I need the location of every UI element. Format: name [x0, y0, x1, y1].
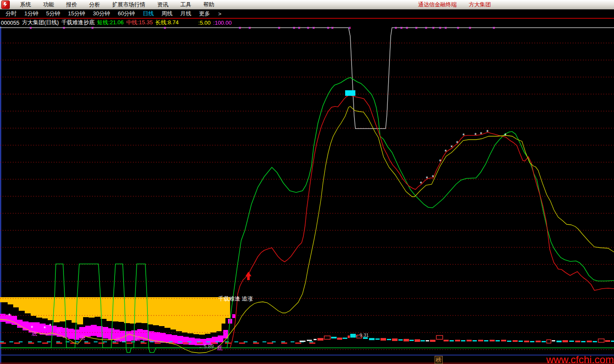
asterisk-marker: *	[432, 174, 434, 181]
red-mark	[455, 340, 460, 341]
red-mark	[404, 339, 409, 341]
cyan-mark	[331, 337, 337, 338]
app-logo-icon	[1, 0, 10, 9]
hollow-red-mark	[324, 336, 330, 339]
red-mark	[337, 338, 342, 340]
cyan-mark	[461, 340, 465, 341]
hollow-red-mark	[598, 339, 604, 342]
menu-item-function[interactable]: 功能	[37, 1, 60, 9]
rank-badge-button[interactable]: 榜	[435, 356, 443, 364]
low-price-label: ←5.89	[199, 344, 214, 350]
period-tab-daily[interactable]: 日线	[139, 10, 158, 17]
cyan-mark	[450, 340, 454, 341]
red-mark	[562, 340, 568, 342]
period-tab-30min[interactable]: 30分钟	[89, 10, 114, 17]
asterisk-marker: *	[456, 140, 458, 146]
signal-text-chase: 千载难逢 追涨	[218, 295, 253, 302]
symbol-header: 000055 方大集团(日线) 千载难逢抄底 短线:21.06 中线:15.35…	[0, 19, 614, 26]
period-tab-1min[interactable]: 1分钟	[20, 10, 42, 17]
asterisk-marker: *	[439, 158, 441, 165]
asterisk-marker: *	[444, 148, 447, 155]
red-mark	[513, 340, 518, 342]
cyan-mark	[375, 338, 380, 340]
red-mark	[317, 338, 323, 341]
menubar: 系统 功能 报价 分析 扩展市场行情 资讯 工具 帮助 通达信金融终端 方大集团	[0, 0, 614, 10]
red-mark	[536, 341, 541, 342]
cyan-mark	[530, 341, 534, 342]
red-mark	[467, 340, 472, 341]
bottom-mark: 底	[56, 328, 61, 334]
period-tab-monthly[interactable]: 月线	[176, 10, 195, 17]
asterisk-marker: *	[450, 144, 453, 151]
white-mark	[426, 340, 429, 341]
chart-canvas[interactable]: xxxxxxxxxxxxxxxxxxxxxxxxx***************…	[0, 0, 614, 364]
bottom-mark: 底	[32, 330, 37, 337]
period-tab-60min[interactable]: 60分钟	[114, 10, 138, 17]
asterisk-marker: *	[8, 312, 11, 319]
menu-item-help[interactable]: 帮助	[197, 1, 220, 9]
red-mark	[381, 338, 386, 341]
menu-item-quotes[interactable]: 报价	[60, 1, 83, 9]
indicator-name: 千载难逢抄底	[61, 19, 95, 26]
chevron-right-icon[interactable]: >	[214, 11, 226, 17]
period-toolbar: 分时 1分钟 5分钟 15分钟 30分钟 60分钟 日线 周线 月线 更多 >	[0, 9, 614, 18]
cyan-mark	[581, 341, 585, 342]
asterisk-marker: *	[486, 129, 489, 135]
asterisk-marker: *	[480, 131, 482, 138]
menu-item-analysis[interactable]: 分析	[83, 1, 106, 9]
bottom-mark: 底	[134, 335, 140, 342]
symbol-name: 方大集团(日线)	[22, 19, 59, 26]
cyan-mark	[387, 339, 391, 340]
red-mark	[524, 341, 529, 342]
red-mark	[444, 340, 449, 341]
menu-item-extended-market[interactable]: 扩展市场行情	[106, 1, 151, 9]
short-line-value: 短线:21.06	[97, 19, 124, 26]
mid-line-value: 中线:15.35	[126, 19, 153, 26]
stock-name-label: 方大集团	[469, 1, 491, 9]
white-mark	[307, 340, 312, 341]
titlebar-right: 通达信金融终端 方大集团	[418, 0, 491, 9]
watermark-text: www.cfchi.com	[546, 354, 614, 364]
asterisk-marker: *	[420, 180, 422, 187]
period-tab-15min[interactable]: 15分钟	[64, 10, 89, 17]
menu-item-tools[interactable]: 工具	[174, 1, 197, 9]
cyan-mark	[556, 341, 562, 342]
menu-item-system[interactable]: 系统	[14, 1, 37, 9]
cyan-mark	[343, 338, 347, 339]
red-mark	[587, 341, 592, 342]
cyan-signal-box	[345, 90, 355, 96]
cyan-mark	[484, 340, 488, 341]
white-mark	[300, 341, 306, 342]
hollow-red-mark	[547, 340, 551, 343]
red-mark	[490, 340, 495, 341]
hollow-red-mark	[436, 335, 443, 339]
period-tab-5min[interactable]: 5分钟	[42, 10, 64, 17]
red-indicator-line	[230, 95, 614, 348]
asterisk-marker: *	[462, 132, 465, 139]
bottom-mark: 底	[115, 336, 121, 343]
terminal-name-label: 通达信金融终端	[418, 1, 457, 9]
red-mark	[392, 338, 398, 341]
cyan-mark	[519, 341, 523, 342]
period-tab-intraday[interactable]: 分时	[2, 10, 20, 17]
symbol-code: 000055	[1, 20, 19, 26]
cyan-mark	[569, 341, 574, 342]
period-tab-more[interactable]: 更多	[195, 10, 214, 17]
cyan-mark	[369, 338, 375, 340]
price-label-931: ←9.31	[355, 332, 369, 338]
cyan-mark	[507, 341, 511, 342]
menu-item-news[interactable]: 资讯	[151, 1, 174, 9]
red-mark	[575, 341, 580, 342]
long-line-value: 长线:8.74	[155, 19, 179, 26]
asterisk-marker: *	[49, 322, 52, 329]
red-mark	[430, 340, 435, 342]
asterisk-marker: *	[426, 175, 428, 182]
asterisk-marker: *	[43, 325, 46, 332]
red-mark	[501, 340, 506, 341]
cyan-mark	[611, 341, 614, 342]
param-value-2: :100.00	[213, 20, 231, 26]
period-tab-weekly[interactable]: 周线	[158, 10, 176, 17]
red-mark	[415, 339, 420, 342]
cyan-mark	[409, 340, 414, 341]
white-mark	[314, 339, 317, 340]
